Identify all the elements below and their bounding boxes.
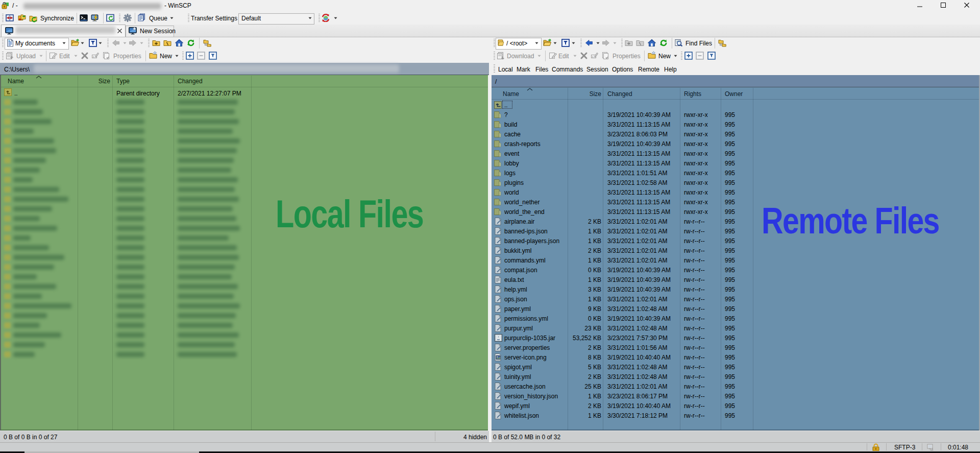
svg-text:x:: x:	[93, 55, 95, 58]
svg-text:x:: x:	[592, 55, 594, 58]
